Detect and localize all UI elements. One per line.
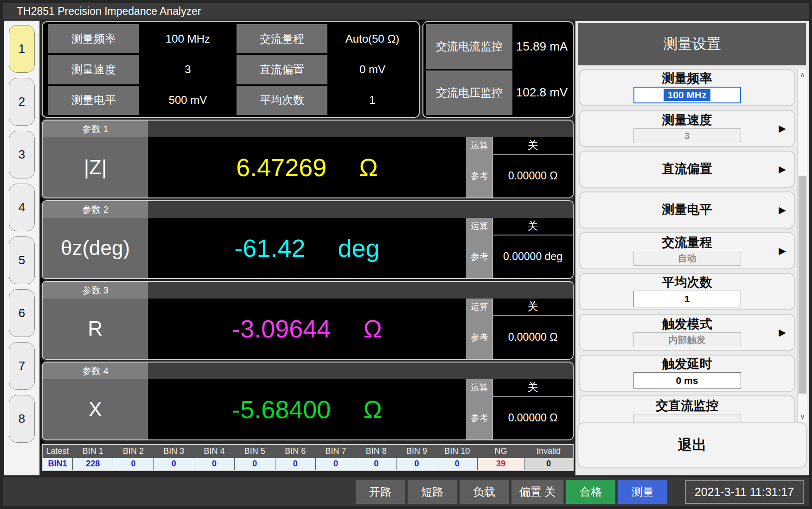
sidebar-button-trigger-mode[interactable]: 触发模式 内部触发 ►: [579, 314, 795, 351]
reference-label: 参考: [467, 155, 493, 197]
parameter-head-strip: [148, 121, 573, 137]
sidebar-button-trigger-delay[interactable]: 触发延时 0 ms: [579, 355, 795, 392]
channel-tab-7[interactable]: 7: [9, 342, 35, 390]
parameter-value: -5.68400: [232, 395, 331, 424]
monitor-value: 15.89 mA: [514, 24, 570, 69]
average-count-input[interactable]: 1: [633, 291, 741, 307]
channel-tab-1[interactable]: 1: [9, 25, 35, 73]
bin-count: 0: [113, 458, 153, 471]
frequency-input[interactable]: 100 MHz: [633, 87, 741, 103]
parameter-tag: 参数 3: [43, 282, 148, 299]
operation-value: 关: [493, 218, 573, 235]
sidebar-button-measure-frequency[interactable]: 测量频率 100 MHz: [579, 69, 795, 106]
channel-tab-6[interactable]: 6: [9, 289, 35, 337]
measurement-conditions-row: 测量频率 100 MHz 交流量程 Auto(50 Ω) 测量速度 3 直流偏置…: [42, 21, 574, 118]
exit-button[interactable]: 退出: [577, 422, 807, 468]
settings-sidebar: 测量设置 测量频率 100 MHz 测量速度 3 ► 直流偏置 ► 测量电平 ►…: [575, 20, 809, 476]
sidebar-button-measure-level[interactable]: 测量电平 ►: [579, 191, 795, 229]
button-label: 平均次数: [662, 276, 712, 290]
measurement-settings-panel: 测量频率 100 MHz 交流量程 Auto(50 Ω) 测量速度 3 直流偏置…: [42, 21, 420, 118]
bin-header: BIN 8: [356, 445, 396, 458]
channel-tab-strip: 1 2 3 4 5 6 7 8: [4, 20, 40, 476]
sidebar-title: 测量设置: [578, 23, 806, 65]
sidebar-button-ac-range[interactable]: 交流量程 自动 ►: [579, 232, 795, 269]
bin-header: BIN 5: [235, 445, 275, 458]
parameter-reading: -3.09644 Ω: [148, 299, 466, 359]
channel-tab-8[interactable]: 8: [9, 395, 35, 443]
bin-header: BIN 1: [73, 445, 113, 458]
reference-value: 0.00000 Ω: [493, 316, 573, 359]
parameter-name: |Z|: [43, 137, 148, 197]
button-label: 交直流监控: [656, 399, 718, 413]
parameter-value: 6.47269: [236, 153, 326, 182]
frequency-input-value: 100 MHz: [664, 89, 710, 101]
parameter-tag: 参数 4: [43, 363, 148, 379]
setting-label: 平均次数: [237, 86, 327, 115]
scroll-up-icon[interactable]: ∧: [798, 69, 807, 80]
bin-count: 0: [437, 458, 477, 471]
operation-label: 运算: [467, 379, 493, 396]
channel-tab-2[interactable]: 2: [9, 78, 35, 126]
bin-header: BIN 10: [437, 445, 477, 458]
submenu-arrow-icon: ►: [776, 121, 788, 136]
parameter-panel-2: 参数 2 θz(deg) -61.42 deg 运算 关 参考 0.00000 …: [42, 200, 574, 279]
ac-monitor-panel: 交流电流监控 15.89 mA 交流电压监控 102.8 mV: [422, 21, 574, 118]
parameter-name: X: [43, 379, 148, 439]
channel-tab-3[interactable]: 3: [9, 131, 35, 178]
open-correction-button[interactable]: 开路: [356, 480, 405, 504]
sidebar-scrollbar[interactable]: ∧ ∨: [797, 69, 807, 422]
bin-header-invalid: Invalid: [524, 445, 573, 458]
bin-count: 0: [275, 458, 315, 471]
title-bar: TH2851 Precision Impedance Analyzer: [3, 3, 809, 19]
parameter-panel-1: 参数 1 |Z| 6.47269 Ω 运算 关 参考 0.00000 Ω: [42, 120, 574, 198]
parameter-unit: Ω: [363, 314, 382, 343]
short-correction-button[interactable]: 短路: [408, 480, 457, 504]
setting-label: 交流量程: [237, 24, 327, 53]
trigger-mode-value: 内部触发: [633, 332, 741, 347]
bias-status-button[interactable]: 偏置 关: [511, 480, 563, 504]
parameter-name: θz(deg): [43, 218, 148, 278]
trigger-delay-input[interactable]: 0 ms: [633, 372, 741, 389]
bin-count: 0: [194, 458, 234, 471]
submenu-arrow-icon: ►: [776, 244, 788, 258]
button-label: 触发延时: [662, 357, 712, 371]
panel-divider-triangle-icon: [418, 20, 426, 25]
sidebar-button-average-count[interactable]: 平均次数 1: [579, 273, 795, 310]
bin-header: BIN 9: [396, 445, 436, 458]
bin-header: BIN 4: [194, 445, 234, 458]
window-title: TH2851 Precision Impedance Analyzer: [17, 5, 201, 18]
operation-label: 运算: [467, 218, 493, 235]
reference-value: 0.00000 Ω: [493, 155, 573, 197]
scroll-down-icon[interactable]: ∨: [798, 411, 807, 422]
bin-header: BIN 7: [316, 445, 356, 458]
panel-gap-marker-icon: [40, 197, 45, 204]
ac-range-value: 自动: [633, 251, 741, 266]
setting-label: 测量速度: [48, 55, 139, 84]
parameter-tag: 参数 2: [43, 201, 148, 218]
submenu-arrow-icon: ►: [776, 325, 788, 340]
bin-count: 0: [316, 458, 356, 471]
bin-latest-value: BIN1: [43, 458, 72, 471]
channel-tab-5[interactable]: 5: [9, 236, 35, 284]
sidebar-button-measure-speed[interactable]: 测量速度 3 ►: [579, 110, 795, 147]
panel-gap-marker-icon: [40, 358, 45, 365]
channel-tab-4[interactable]: 4: [9, 184, 35, 231]
pass-status-badge[interactable]: 合格: [566, 480, 615, 504]
bin-header: BIN 3: [154, 445, 194, 458]
clock-display: 2021-3-11 11:31:17: [685, 480, 804, 504]
parameter-value: -61.42: [234, 234, 305, 262]
button-label: 直流偏置: [662, 162, 712, 176]
scrollbar-thumb[interactable]: [799, 176, 806, 394]
load-correction-button[interactable]: 负载: [460, 480, 509, 504]
parameter-panel-3: 参数 3 R -3.09644 Ω 运算 关 参考 0.00000 Ω: [42, 281, 574, 360]
panel-gap-marker-icon: [40, 277, 45, 285]
sidebar-button-dc-bias[interactable]: 直流偏置 ►: [579, 151, 795, 188]
bin-header-ng: NG: [478, 445, 524, 458]
bin-ng-count: 39: [478, 458, 524, 471]
operation-value: 关: [493, 137, 573, 154]
bin-count: 0: [235, 458, 275, 471]
measure-status-badge[interactable]: 测量: [618, 480, 667, 504]
bin-header: Latest: [43, 445, 72, 458]
setting-value: 1: [329, 86, 416, 115]
parameter-head-strip: [148, 282, 573, 299]
